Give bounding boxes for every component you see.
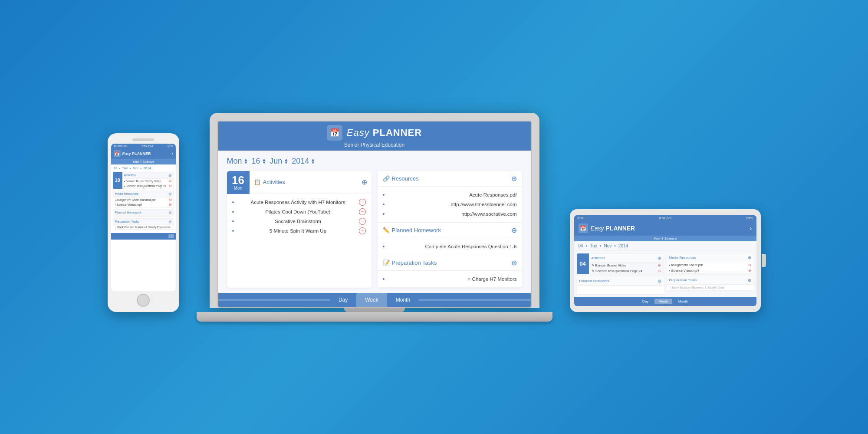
phone-subject: Year 7 Science [111, 159, 176, 164]
laptop-homework-body: Complete Acute Responses Question 1-6 [378, 238, 522, 255]
phone-status-bar: Telstra 3G 7:57 PM 38% [111, 144, 176, 148]
laptop-activity-remove-1[interactable]: − [359, 199, 366, 206]
tablet-date-month: Nov [604, 243, 612, 248]
phone-media-add[interactable]: ⊕ [168, 192, 172, 196]
tablet-home-button[interactable] [762, 254, 766, 267]
tablet-tab-month[interactable]: Month [674, 299, 692, 304]
laptop-screen: 📅 Easy PLANNER Senior Physical Education… [217, 121, 532, 308]
phone-tasks-title: Preparation Tasks [115, 220, 139, 223]
phone-footer-nav[interactable]: › [168, 234, 174, 238]
phone-body: 18 Activities ⊕ • Bunsen Burner Safety V… [111, 172, 176, 233]
laptop-tasks-add-btn[interactable]: ⊕ [511, 259, 517, 267]
tablet-tasks-title: Preparation Tasks [669, 278, 697, 282]
laptop-resources-title: 🔗 Resources [383, 175, 419, 182]
laptop-tasks-title: 📝 Preparation Tasks [383, 260, 437, 266]
tablet-device-label: iPad [578, 216, 585, 220]
laptop-homework-add-btn[interactable]: ⊕ [511, 226, 517, 234]
laptop-homework-section: ✏️ Planned Homework ⊕ Complete Acute Res… [378, 223, 522, 255]
tablet-day-number: 04 [577, 253, 589, 274]
phone-date-year: 2014 [143, 166, 151, 170]
phone-homework-add[interactable]: ⊕ [168, 210, 172, 215]
tablet-activity-item-2: ✎ Science Test Questions Page 24 ⊖ [589, 268, 664, 274]
laptop-footer-bar-right [419, 299, 530, 301]
laptop-activity-remove-3[interactable]: − [359, 218, 366, 225]
laptop-activities-title: 📋 Activities [254, 179, 285, 185]
phone-task-item-1: ○ Book Bunsen Burners & Safety Equipment [113, 225, 174, 229]
phone-activity-item-1: • Bunsen Burner Safety Video ⊖ [122, 179, 174, 184]
laptop-activities-add-btn[interactable]: ⊕ [362, 178, 367, 186]
laptop-activity-remove-2[interactable]: − [359, 208, 366, 215]
laptop-screen-outer: 📅 Easy PLANNER Senior Physical Education… [210, 113, 539, 308]
phone-activity-remove-2[interactable]: ⊖ [169, 184, 172, 188]
laptop-footer-bar-left [218, 299, 330, 301]
phone-date-dayname: Tue [122, 166, 128, 170]
tablet-media-remove-1[interactable]: ⊖ [748, 263, 751, 267]
laptop-date-nav: Mon ▲▼ 16 ▲▼ Jun [227, 157, 522, 166]
laptop-tab-week[interactable]: Week [356, 293, 387, 307]
tablet-homework-add[interactable]: ⊕ [658, 279, 661, 283]
tablet-logo-icon: 📅 [579, 224, 588, 233]
tablet-nav-arrow[interactable]: › [750, 225, 752, 232]
laptop-activities-list: Acute Responses Activity with H7 Monitor… [227, 194, 372, 239]
tablet-task-item-1: ○ Book Bunsen Burners & Safety Door [667, 285, 754, 290]
laptop-day-arrows[interactable]: ▲▼ [262, 158, 266, 164]
phone-tasks-add[interactable]: ⊕ [168, 220, 172, 224]
phone-activities-add[interactable]: ⊕ [168, 173, 172, 178]
phone-app-title: Easy PLANNER [122, 151, 151, 156]
phone-footer: › [111, 233, 176, 240]
laptop-device: 📅 Easy PLANNER Senior Physical Education… [197, 113, 552, 322]
phone-homework-header: Planned Homework ⊕ [113, 210, 174, 216]
phone-media-remove-1[interactable]: ⊖ [169, 198, 172, 202]
phone-nav-arrow[interactable]: › [171, 151, 173, 156]
tablet-media-header: Media Resources ⊕ [667, 253, 754, 262]
tablet-tasks-add[interactable]: ⊕ [748, 278, 751, 283]
phone-day-number: 18 [113, 172, 122, 189]
laptop-app-body: Mon ▲▼ 16 ▲▼ Jun [218, 151, 531, 293]
laptop-day-name-arrows[interactable]: ▲▼ [244, 158, 248, 164]
laptop-day-number: 16 [232, 174, 244, 186]
laptop-app-subtitle: Senior Physical Education [344, 142, 404, 148]
laptop-tasks-header: 📝 Preparation Tasks ⊕ [378, 255, 522, 271]
laptop-tab-day[interactable]: Day [330, 293, 356, 307]
phone-tasks-section: Preparation Tasks ⊕ ○ Book Bunsen Burner… [113, 218, 174, 230]
tablet-app-header: 📅 Easy PLANNER › [574, 221, 756, 236]
laptop-activity-remove-4[interactable]: − [359, 227, 366, 234]
tablet-right-column: Media Resources ⊕ • Assignment Sheet.pdf… [667, 253, 754, 294]
laptop-year-arrows[interactable]: ▲▼ [311, 158, 315, 164]
laptop-date-month: Jun ▲▼ [270, 157, 288, 166]
laptop-resources-add-btn[interactable]: ⊕ [511, 174, 517, 183]
phone-activity-remove-1[interactable]: ⊖ [169, 179, 172, 183]
tablet-header-left: 📅 Easy PLANNER [579, 224, 635, 233]
laptop-homework-item-1: Complete Acute Responses Question 1-6 [383, 242, 517, 251]
tablet-activity-remove-2[interactable]: ⊖ [658, 269, 661, 273]
tablet-activity-remove-1[interactable]: ⊖ [658, 263, 661, 267]
tablet-media-remove-2[interactable]: ⊖ [748, 269, 751, 273]
tablet-sep2: • [600, 243, 602, 248]
laptop-tab-month[interactable]: Month [387, 293, 419, 307]
tablet-battery: 29% [746, 216, 753, 220]
phone-device: Telstra 3G 7:57 PM 38% 📅 Easy PLANNER › … [108, 133, 179, 312]
laptop-resource-item-3: http://www.socrative.com [383, 209, 517, 219]
phone-activity-item-2: • Science Test Questions Page 24 ⊖ [122, 184, 174, 188]
laptop-date-year: 2014 ▲▼ [292, 157, 315, 166]
phone-media-remove-2[interactable]: ⊖ [169, 203, 172, 207]
tablet-media-add[interactable]: ⊕ [748, 255, 751, 260]
laptop-activities-section-header: 📋 Activities ⊕ [250, 171, 372, 194]
tablet-activities-add[interactable]: ⊕ [658, 256, 661, 260]
laptop-footer-tabs: Day Week Month [218, 293, 531, 307]
laptop-resource-item-1: Acute Responses.pdf [383, 190, 517, 200]
laptop-activity-item-4: 5 Minute Spin It Warm Up − [232, 226, 366, 236]
tablet-tab-day[interactable]: Day [638, 299, 653, 304]
laptop-month-arrows[interactable]: ▲▼ [284, 158, 288, 164]
tablet-homework-title: Planned Homework [579, 279, 610, 283]
laptop-tasks-section: 📝 Preparation Tasks ⊕ ○ Charge H7 Monito… [378, 255, 522, 288]
laptop-homework-header: ✏️ Planned Homework ⊕ [378, 223, 522, 238]
tablet-left-column: 04 Activities ⊕ ✎ Bunsen Burner Video ⊖ [577, 253, 664, 294]
phone-home-button[interactable] [137, 294, 150, 307]
laptop-content-grid: 16 Mon 📋 Activities ⊕ [227, 171, 522, 288]
phone-carrier: Telstra 3G [114, 145, 128, 148]
scene: Telstra 3G 7:57 PM 38% 📅 Easy PLANNER › … [108, 113, 761, 322]
tablet-homework-empty [577, 286, 664, 294]
phone-media-header: Media Resources ⊕ [113, 191, 174, 197]
tablet-tab-week[interactable]: Week [654, 299, 672, 304]
